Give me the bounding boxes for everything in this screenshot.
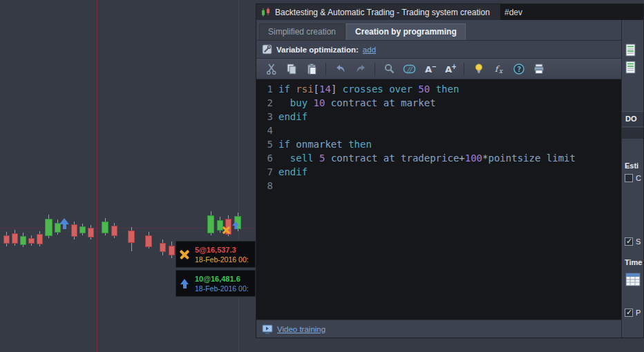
code-editor[interactable]: 1if rsi[14] crosses over 50 then2 buy 10… bbox=[256, 79, 621, 320]
code-line[interactable]: 5if onmarket then bbox=[256, 137, 621, 151]
buy-arrow-icon bbox=[180, 279, 189, 284]
svg-text:+: + bbox=[451, 63, 456, 70]
checkbox-checked[interactable] bbox=[625, 309, 633, 317]
trade-entry-marker-icon bbox=[232, 222, 239, 229]
checkbox-label: S bbox=[636, 237, 641, 246]
code-line[interactable]: 4 bbox=[256, 124, 621, 137]
increase-font-icon: A+ bbox=[444, 63, 456, 75]
editor-lines: 1if rsi[14] crosses over 50 then2 buy 10… bbox=[256, 82, 621, 193]
code-line[interactable]: 7endif bbox=[256, 165, 621, 179]
trade-exit-marker-icon bbox=[222, 226, 230, 234]
redo-icon bbox=[354, 63, 367, 75]
cut-button[interactable] bbox=[262, 61, 281, 77]
bottom-bar: Video training bbox=[256, 320, 621, 338]
line-number: 8 bbox=[256, 179, 278, 193]
candle bbox=[111, 226, 117, 236]
title-dev-tag: #dev bbox=[500, 8, 522, 17]
video-training-link[interactable]: Video training bbox=[277, 325, 325, 333]
variable-optimization-icon bbox=[262, 44, 272, 55]
copy-button[interactable] bbox=[282, 61, 301, 77]
code-line[interactable]: 8 bbox=[256, 179, 621, 193]
candle bbox=[169, 246, 175, 255]
code-line[interactable]: 6 sell 5 contract at tradeprice+100*poin… bbox=[256, 151, 621, 165]
line-number: 5 bbox=[256, 137, 278, 151]
redo-button[interactable] bbox=[351, 61, 370, 77]
fx-icon: fx bbox=[493, 63, 505, 75]
line-number: 3 bbox=[256, 110, 278, 124]
tab-simplified-creation[interactable]: Simplified creation bbox=[259, 23, 345, 40]
trade-entry-marker-icon bbox=[59, 218, 69, 229]
svg-text:−: − bbox=[431, 63, 436, 70]
toolbar-separator bbox=[325, 63, 326, 75]
candle bbox=[145, 235, 152, 247]
video-icon bbox=[262, 324, 273, 335]
candlestick-chart-icon bbox=[261, 7, 271, 17]
candle bbox=[37, 234, 43, 244]
checkbox-checked[interactable] bbox=[625, 237, 633, 246]
cut-icon bbox=[265, 63, 278, 75]
insert-function-button[interactable]: fx bbox=[489, 61, 508, 77]
paste-icon bbox=[305, 63, 318, 75]
decrease-font-button[interactable]: A− bbox=[420, 61, 439, 77]
hint-button[interactable] bbox=[469, 61, 488, 77]
line-number: 7 bbox=[256, 165, 278, 179]
candle bbox=[28, 238, 35, 244]
screen: 5@16,537.3 18-Feb-2016 00: 10@16,481.6 1… bbox=[0, 0, 644, 352]
toolbar-separator bbox=[375, 63, 375, 75]
checkbox-label: C bbox=[636, 174, 641, 182]
editor-toolbar: // A− A+ fx ? bbox=[256, 59, 621, 79]
comment-button[interactable]: // bbox=[400, 61, 419, 77]
checkbox-row: P bbox=[625, 309, 641, 317]
trade-tooltip-buy: 10@16,481.6 18-Feb-2016 00: bbox=[176, 270, 256, 297]
candle bbox=[3, 235, 10, 244]
search-icon bbox=[383, 63, 395, 75]
candle bbox=[160, 243, 166, 252]
increase-font-button[interactable]: A+ bbox=[440, 61, 459, 77]
search-button[interactable] bbox=[380, 61, 399, 77]
dialog-title: Backtesting & Automatic Trading - Tradin… bbox=[275, 8, 490, 17]
paste-button[interactable] bbox=[302, 61, 321, 77]
dialog-titlebar[interactable]: Backtesting & Automatic Trading - Tradin… bbox=[256, 4, 643, 20]
backtesting-dialog: Backtesting & Automatic Trading - Tradin… bbox=[256, 3, 644, 338]
symbol-selector-fragment[interactable]: DO bbox=[622, 111, 643, 126]
buy-qty-price: 10@16,481.6 bbox=[195, 274, 249, 284]
time-section-label: Time bbox=[625, 258, 642, 266]
estimate-section-label: Esti bbox=[625, 162, 638, 170]
panel-divider bbox=[622, 128, 643, 139]
help-button[interactable]: ? bbox=[509, 61, 528, 77]
add-variable-link[interactable]: add bbox=[363, 46, 376, 54]
lightbulb-icon bbox=[473, 63, 485, 75]
checkbox-unchecked[interactable] bbox=[625, 174, 633, 182]
candle bbox=[88, 228, 94, 237]
buy-date: 18-Feb-2016 00: bbox=[195, 284, 249, 293]
undo-button[interactable] bbox=[331, 61, 350, 77]
code-line[interactable]: 2 buy 10 contract at market bbox=[256, 96, 621, 110]
variable-optimization-label: Variable optimization: bbox=[276, 46, 359, 54]
report-icon[interactable] bbox=[625, 61, 636, 77]
calendar-icon[interactable] bbox=[625, 272, 641, 289]
candle bbox=[207, 215, 214, 233]
svg-text:?: ? bbox=[517, 65, 521, 72]
undo-icon bbox=[334, 63, 347, 75]
candle bbox=[12, 233, 18, 244]
printer-icon bbox=[533, 63, 545, 75]
tab-bar: Simplified creation Creation by programm… bbox=[256, 20, 621, 41]
candle bbox=[71, 224, 77, 237]
variable-optimization-row: Variable optimization: add bbox=[256, 41, 621, 59]
right-panel-fragment: DO Esti C S Time P bbox=[622, 20, 643, 338]
line-number: 4 bbox=[256, 124, 278, 137]
print-button[interactable] bbox=[529, 61, 548, 77]
report-icon[interactable] bbox=[625, 43, 636, 59]
code-line[interactable]: 3endif bbox=[256, 110, 621, 124]
candle bbox=[45, 219, 53, 236]
checkbox-row: C bbox=[625, 174, 641, 182]
sell-date: 18-Feb-2016 00: bbox=[195, 255, 249, 264]
tab-creation-by-programming[interactable]: Creation by programming bbox=[346, 23, 466, 40]
toolbar-separator bbox=[464, 63, 464, 75]
sell-qty-price: 5@16,537.3 bbox=[195, 245, 249, 255]
line-number: 1 bbox=[256, 82, 278, 96]
code-line[interactable]: 1if rsi[14] crosses over 50 then bbox=[256, 82, 621, 96]
candle bbox=[128, 231, 135, 243]
help-icon: ? bbox=[513, 63, 525, 75]
line-number: 6 bbox=[256, 151, 278, 165]
